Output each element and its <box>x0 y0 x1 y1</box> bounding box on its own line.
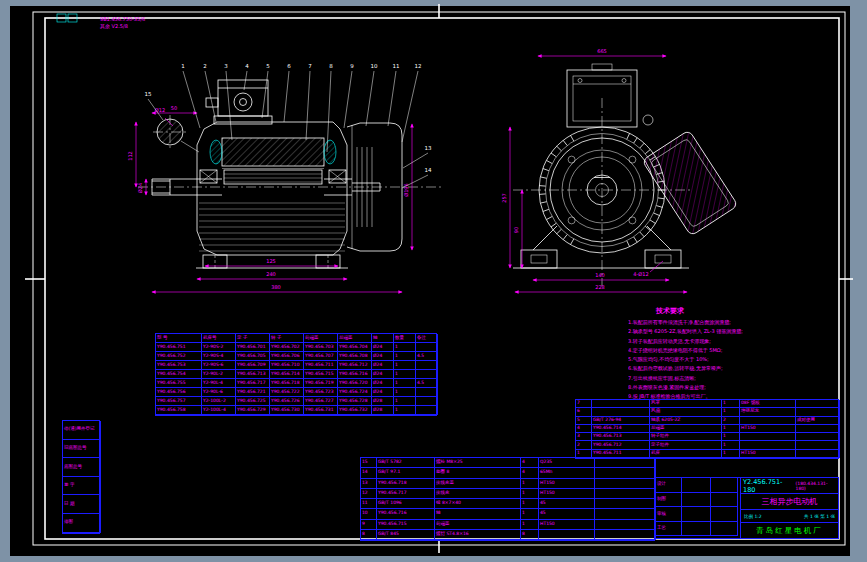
table-cell: Y90.456.731 <box>304 406 338 415</box>
callout-leader <box>284 71 289 122</box>
table-cell: Y90.456.721 <box>236 388 270 397</box>
table-cell: 备注 <box>416 334 438 343</box>
table-cell: 1 <box>722 441 740 449</box>
table-cell <box>796 408 840 416</box>
table-cell: 转子组件 <box>650 433 722 441</box>
note-line: 4.定子绕组对机壳绝缘电阻不得低于 5MΩ; <box>628 346 808 355</box>
table-cell: Y90.456.712 <box>338 361 372 370</box>
table-cell <box>416 361 438 370</box>
callout-leader <box>244 71 247 90</box>
table-cell <box>796 400 840 408</box>
cooling-fin <box>634 138 638 143</box>
table-cell: HT150 <box>740 450 796 458</box>
table-cell: 1 <box>722 425 740 433</box>
table-cell: 3 <box>576 433 592 441</box>
table-cell: 机座号 <box>202 334 236 343</box>
table-cell: 8 <box>521 530 539 540</box>
table-cell: Y90.456.729 <box>236 406 270 415</box>
table-cell: 定 子 <box>236 334 270 343</box>
table-cell: 数量 <box>394 334 416 343</box>
table-cell: 1 <box>394 370 416 379</box>
lifting-lug-detail <box>153 115 199 152</box>
cooling-fin <box>634 237 638 242</box>
table-cell: 1 <box>722 400 740 408</box>
table-cell: Y90.456.714 <box>592 425 650 433</box>
table-cell: 45 <box>539 499 595 509</box>
table-cell: 1 <box>521 479 539 489</box>
signature-cell: 制图 <box>656 493 682 508</box>
table-cell: 4 <box>521 458 539 468</box>
table-cell: Y2-90L-2 <box>202 370 236 379</box>
table-cell: Y90.456.719 <box>304 379 338 388</box>
variants-table: 型 号机座号定 子转 子前端盖后端盖轴数量备注Y90.456.751Y2-90S… <box>155 333 437 416</box>
factory-name: 青岛红星电机厂 <box>741 523 838 538</box>
table-cell: 4 <box>521 468 539 478</box>
table-cell: Y90.456.713 <box>592 433 650 441</box>
cooling-fin <box>563 235 567 240</box>
bearing-right <box>329 170 346 183</box>
table-cell: 1 <box>722 450 740 458</box>
note-line: 7.引出线接线应牢固,标志清晰; <box>628 374 808 383</box>
cooling-fin <box>571 239 574 245</box>
table-cell: 接线盒 <box>435 489 521 499</box>
dimension-text: 4-Ø12 <box>633 271 648 277</box>
note-line: 8.外表面喷灰色漆,紧固件发蓝处理; <box>628 383 808 392</box>
table-cell: Y2-100L-2 <box>202 397 236 406</box>
cooling-fin <box>540 202 546 203</box>
cooling-fin <box>627 133 630 139</box>
cooling-fin <box>540 177 546 178</box>
cooling-fin <box>654 213 660 216</box>
cooling-fin <box>563 140 567 145</box>
table-cell: 15 <box>361 458 377 468</box>
table-cell: HT150 <box>740 425 796 433</box>
table-cell <box>416 343 438 352</box>
table-cell: 签 字 <box>63 477 101 496</box>
table-cell: 旧底图总号 <box>63 440 101 459</box>
dimension-text: Ø24 <box>137 183 143 193</box>
cooling-fin <box>640 143 644 148</box>
table-cell: Y90.456.718 <box>377 479 435 489</box>
table-cell: 定子组件 <box>650 441 722 449</box>
table-cell: 8 <box>361 530 377 540</box>
table-cell: Y90.456.726 <box>270 397 304 406</box>
product-name: 三相异步电动机 <box>741 494 838 510</box>
table-cell: Y90.456.716 <box>338 370 372 379</box>
note-line: 3.转子装配后应转动灵活,无卡滞现象; <box>628 337 808 346</box>
table-cell: Y90.456.712 <box>592 441 650 449</box>
table-cell: Ø24 <box>372 343 394 352</box>
table-cell: Y90.456.727 <box>304 397 338 406</box>
table-cell: 12 <box>361 489 377 499</box>
table-cell: 1 <box>521 520 539 530</box>
table-cell <box>416 406 438 415</box>
table-cell: Y2-90L-6 <box>202 388 236 397</box>
cad-application: { "colors":{"bg":"#7e92a6","line":"#ffff… <box>0 0 867 562</box>
note-line: 1.装配前所有零件须清洗干净,配合面涂润滑脂; <box>628 318 808 327</box>
table-cell: 5 <box>576 417 592 425</box>
dimension-text: Ø12 <box>155 107 165 113</box>
table-cell <box>595 468 656 478</box>
table-cell: Y90.456.718 <box>270 379 304 388</box>
table-cell: Y90.456.706 <box>270 352 304 361</box>
drawing-number: Y2.456.751-180 <box>743 478 793 494</box>
table-cell: 14 <box>361 468 377 478</box>
table-cell: 增强尼龙 <box>740 408 796 416</box>
table-cell: 机座 <box>650 450 722 458</box>
part-callouts: 123456789101112131415 <box>145 63 432 188</box>
table-cell <box>595 509 656 519</box>
dimension-text: 228 <box>595 284 605 290</box>
callout-number: 14 <box>425 167 432 173</box>
callout-number: 7 <box>308 63 312 69</box>
callout-number: 13 <box>425 145 432 151</box>
table-cell: Y2-90S-2 <box>202 343 236 352</box>
table-cell: Y90.456.717 <box>377 489 435 499</box>
table-cell: 底图总号 <box>63 458 101 477</box>
table-cell <box>595 499 656 509</box>
signature-cell <box>682 478 711 493</box>
table-cell: Y90.456.710 <box>270 361 304 370</box>
endshield-bolt <box>568 217 575 224</box>
table-cell: 1 <box>521 489 539 499</box>
table-cell <box>416 397 438 406</box>
table-cell <box>595 520 656 530</box>
cooling-fin <box>546 217 552 220</box>
table-cell <box>592 400 650 408</box>
